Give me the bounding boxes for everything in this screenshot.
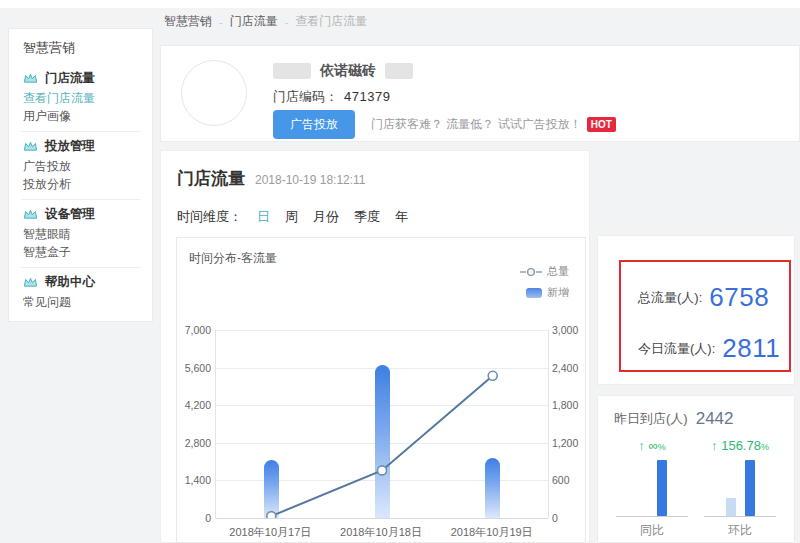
sidebar-item[interactable]: 智慧盒子 <box>9 243 152 261</box>
y-axis-tick-right: 1,200 <box>552 437 586 449</box>
report-timestamp: 2018-10-19 18:12:11 <box>255 173 366 187</box>
y-axis-tick-left: 7,000 <box>179 324 211 336</box>
page-title: 门店流量 <box>177 167 245 190</box>
today-traffic-label: 今日流量(人): <box>638 340 715 358</box>
y-axis-tick-left: 1,400 <box>179 474 211 486</box>
sidebar-divider <box>21 131 140 132</box>
sidebar-section-1[interactable]: 门店流量 <box>9 69 152 87</box>
today-traffic-value: 2811 <box>722 333 780 364</box>
store-profile-card: 依诺磁砖 门店编码：471379 广告投放 门店获客难？ 流量低？ 试试广告投放… <box>160 45 800 142</box>
time-option-月份[interactable]: 月份 <box>313 208 339 226</box>
total-traffic-row: 总流量(人): 6758 <box>638 282 769 313</box>
comparison-bar-current <box>745 460 755 516</box>
time-option-年[interactable]: 年 <box>395 208 408 226</box>
sidebar-title: 智慧营销 <box>9 39 152 57</box>
crown-icon <box>23 141 38 152</box>
store-name-row: 依诺磁砖 <box>273 62 413 80</box>
yesterday-visits-card: 昨日到店(人) 2442 ↑ ∞%同比↑ 156.78%环比 <box>597 395 795 543</box>
line-marker-icon <box>520 267 542 277</box>
comparison-同比: ↑ ∞%同比 <box>610 438 694 539</box>
time-options: 日周月份季度年 <box>257 208 408 226</box>
yesterday-label: 昨日到店(人) <box>614 410 688 428</box>
line-point <box>267 512 276 518</box>
y-axis-tick-right: 3,000 <box>552 324 586 336</box>
yesterday-header: 昨日到店(人) 2442 <box>614 409 734 429</box>
sidebar-section-label: 门店流量 <box>45 70 95 87</box>
sidebar-nav: 门店流量查看门店流量用户画像投放管理广告投放投放分析设备管理智慧眼睛智慧盒子帮助… <box>9 69 152 311</box>
breadcrumb-item[interactable]: 智慧营销 <box>164 13 212 30</box>
breadcrumb-item[interactable]: 门店流量 <box>230 13 278 30</box>
sidebar-item[interactable]: 广告投放 <box>9 157 152 175</box>
redacted-badge <box>385 63 413 79</box>
time-option-日[interactable]: 日 <box>257 208 270 226</box>
hot-badge: HOT <box>587 117 616 132</box>
sidebar-item[interactable]: 查看门店流量 <box>9 89 152 107</box>
ad-launch-button[interactable]: 广告投放 <box>273 110 355 139</box>
chart-plot-area <box>215 330 549 518</box>
time-dimension-row: 时间维度： 日周月份季度年 <box>177 208 408 226</box>
profile-actions: 广告投放 门店获客难？ 流量低？ 试试广告投放！ HOT <box>273 110 616 139</box>
screen: 智慧营销 门店流量查看门店流量用户画像投放管理广告投放投放分析设备管理智慧眼睛智… <box>0 0 800 543</box>
chart-title: 时间分布-客流量 <box>189 250 277 267</box>
traffic-stats-card: 总流量(人): 6758 今日流量(人): 2811 <box>597 235 795 385</box>
store-code: 门店编码：471379 <box>273 88 390 106</box>
percent-value: 156.78 <box>721 438 761 453</box>
comparison-bar-current <box>657 460 667 516</box>
comparison-percent: ↑ 156.78% <box>698 438 782 456</box>
total-traffic-value: 6758 <box>709 282 769 313</box>
time-option-周[interactable]: 周 <box>285 208 298 226</box>
redacted-badge <box>273 63 311 79</box>
legend-label: 新增 <box>547 285 569 300</box>
y-axis-tick-left: 5,600 <box>179 362 211 374</box>
comparison-环比: ↑ 156.78%环比 <box>698 438 782 539</box>
store-code-value: 471379 <box>344 89 390 104</box>
breadcrumb: 智慧营销-门店流量-查看门店流量 <box>164 13 367 30</box>
comparison-percent: ↑ ∞% <box>610 438 694 456</box>
x-axis-label: 2018年10月19日 <box>432 525 552 540</box>
y-axis-tick-left: 2,800 <box>179 437 211 449</box>
chart-legend: 总量新增 <box>520 264 569 306</box>
legend-item-new[interactable]: 新增 <box>520 285 569 300</box>
breadcrumb-separator: - <box>285 16 289 28</box>
sidebar-section-label: 帮助中心 <box>45 274 95 291</box>
legend-item-total[interactable]: 总量 <box>520 264 569 279</box>
store-name: 依诺磁砖 <box>320 62 376 80</box>
sidebar-divider <box>21 199 140 200</box>
sidebar-item[interactable]: 投放分析 <box>9 175 152 193</box>
sidebar: 智慧营销 门店流量查看门店流量用户画像投放管理广告投放投放分析设备管理智慧眼睛智… <box>8 28 153 322</box>
sidebar-section-2[interactable]: 投放管理 <box>9 137 152 155</box>
y-axis-tick-right: 2,400 <box>552 362 586 374</box>
sidebar-item[interactable]: 常见问题 <box>9 293 152 311</box>
comparison-bar-prev <box>726 498 736 516</box>
time-option-季度[interactable]: 季度 <box>354 208 380 226</box>
line-point <box>488 371 497 380</box>
sidebar-section-label: 投放管理 <box>45 138 95 155</box>
y-axis-tick-right: 0 <box>552 512 586 524</box>
line-series <box>216 330 548 518</box>
y-axis-tick-left: 4,200 <box>179 399 211 411</box>
comparison-baseline <box>704 516 776 517</box>
sidebar-item[interactable]: 智慧眼睛 <box>9 225 152 243</box>
traffic-chart: 时间分布-客流量 总量新增 7,0003,0005,6002,4004,2001… <box>176 237 586 543</box>
percent-unit: % <box>761 442 769 452</box>
breadcrumb-item[interactable]: 查看门店流量 <box>295 13 367 30</box>
percent-value: ∞ <box>648 438 657 453</box>
up-arrow-icon: ↑ <box>711 438 718 453</box>
sidebar-section-4[interactable]: 帮助中心 <box>9 273 152 291</box>
sidebar-item[interactable]: 用户画像 <box>9 107 152 125</box>
sidebar-section-label: 设备管理 <box>45 206 95 223</box>
x-axis-label: 2018年10月17日 <box>210 525 330 540</box>
promo-text: 门店获客难？ 流量低？ 试试广告投放！ <box>371 116 582 133</box>
comparison-label: 环比 <box>698 522 782 539</box>
yesterday-value: 2442 <box>696 409 734 429</box>
crown-icon <box>23 73 38 84</box>
sidebar-section-3[interactable]: 设备管理 <box>9 205 152 223</box>
gridline <box>216 518 548 519</box>
crown-icon <box>23 277 38 288</box>
store-traffic-card: 门店流量 2018-10-19 18:12:11 时间维度： 日周月份季度年 时… <box>160 150 590 543</box>
comparison-baseline <box>616 516 688 517</box>
bar-swatch-icon <box>526 288 542 298</box>
section-title-row: 门店流量 2018-10-19 18:12:11 <box>177 167 366 190</box>
line-point <box>378 466 387 475</box>
time-dimension-label: 时间维度： <box>177 208 242 226</box>
